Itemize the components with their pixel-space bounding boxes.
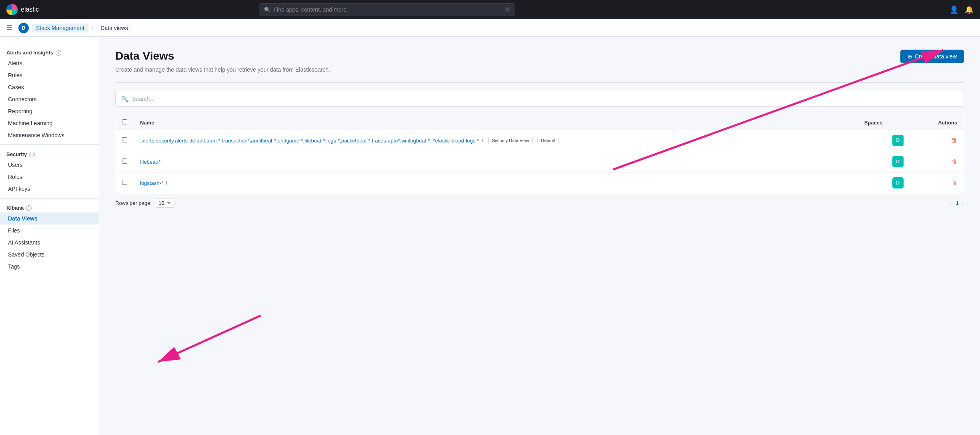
row-name-link-0[interactable]: .alerts-security.alerts-default,apm-*-tr… — [140, 138, 479, 144]
sidebar-item-cases[interactable]: Cases — [0, 81, 99, 93]
sidebar-item-saved-objects[interactable]: Saved Objects — [0, 249, 99, 261]
row-checkbox-cell-1 — [116, 151, 134, 172]
plus-icon: ⊕ — [908, 53, 912, 60]
row-action-cell-2: 🗑 — [910, 172, 964, 194]
breadcrumb-bar: ☰ D Stack Management › Data views — [0, 19, 980, 37]
sidebar-item-ai-assistants[interactable]: AI Assistants — [0, 237, 99, 249]
data-views-table: Name ↑ Spaces Actions .alerts-security.a… — [115, 115, 964, 194]
menu-toggle-icon[interactable]: ☰ — [6, 24, 12, 32]
table-row: logstash-*ℹD🗑 — [116, 172, 964, 194]
row-name-cell-2: logstash-*ℹ — [134, 172, 858, 194]
delete-icon-1[interactable]: 🗑 — [951, 158, 957, 165]
sidebar-item-maintenance-windows[interactable]: Maintenance Windows — [0, 129, 99, 141]
sidebar-item-tags[interactable]: Tags — [0, 261, 99, 273]
elastic-logo-text: elastic — [21, 6, 39, 13]
pagination: Rows per page: 10 25 50 ‹ 1 › — [115, 194, 964, 208]
row-spaces-cell-1: D — [858, 151, 910, 172]
global-search-input[interactable] — [274, 6, 501, 13]
next-page-button[interactable]: › — [962, 200, 964, 207]
row-checkbox-cell-0 — [116, 130, 134, 151]
sidebar-section-kibana: Kibana i — [0, 202, 99, 212]
row-action-cell-0: 🗑 — [910, 130, 964, 151]
table-header-name: Name ↑ — [134, 115, 858, 130]
row-checkbox-0[interactable] — [122, 137, 127, 142]
elastic-logo-icon — [6, 4, 18, 15]
search-icon: 🔍 — [264, 7, 271, 13]
page-layout: Alerts and Insights i Alerts Rules Cases… — [0, 37, 980, 435]
row-info-icon-0[interactable]: ℹ — [481, 138, 483, 143]
breadcrumb-current: Data views — [96, 24, 132, 32]
breadcrumb-stack-management[interactable]: Stack Management — [32, 24, 88, 32]
sidebar-item-users[interactable]: Users — [0, 159, 99, 171]
avatar: D — [18, 23, 29, 33]
row-spaces-cell-2: D — [858, 172, 910, 194]
sidebar-item-reporting[interactable]: Reporting — [0, 105, 99, 117]
sidebar-divider-2 — [0, 198, 99, 198]
space-avatar-1: D — [892, 156, 904, 167]
row-name-link-1[interactable]: filebeat-* — [140, 159, 160, 165]
create-button-label: Create data view — [915, 53, 957, 60]
page-title: Data Views — [115, 50, 174, 62]
sidebar-section-alerts: Alerts and Insights i — [0, 46, 99, 57]
row-checkbox-cell-2 — [116, 172, 134, 194]
elastic-logo[interactable]: elastic — [6, 4, 39, 15]
search-icon: 🔍 — [121, 96, 128, 102]
breadcrumb-separator: › — [92, 25, 94, 31]
current-page-number: 1 — [956, 200, 958, 206]
user-menu-icon[interactable]: 👤 — [950, 5, 958, 14]
prev-page-button[interactable]: ‹ — [950, 200, 952, 207]
delete-icon-0[interactable]: 🗑 — [951, 137, 957, 144]
sidebar-item-data-views[interactable]: Data Views — [0, 212, 99, 225]
table-header-spaces: Spaces — [858, 115, 910, 130]
notifications-icon[interactable]: 🔔 — [965, 5, 974, 14]
rows-per-page-select[interactable]: 10 25 50 — [155, 198, 174, 208]
main-content: Data Views ⊕ Create data view Create and… — [99, 37, 980, 435]
table-header-actions: Actions — [910, 115, 964, 130]
row-checkbox-1[interactable] — [122, 158, 127, 164]
search-shortcut-badge: / — [505, 7, 510, 12]
page-header: Data Views ⊕ Create data view — [115, 50, 964, 63]
search-input[interactable] — [132, 96, 958, 102]
table-row: filebeat-*D🗑 — [116, 151, 964, 172]
sidebar-section-security: Security i — [0, 148, 99, 159]
search-container[interactable]: 🔍 — [115, 91, 964, 107]
sidebar: Alerts and Insights i Alerts Rules Cases… — [0, 37, 99, 435]
table-header-select-all — [116, 115, 134, 130]
sidebar-item-connectors[interactable]: Connectors — [0, 93, 99, 105]
sidebar-item-machine-learning[interactable]: Machine Learning — [0, 117, 99, 129]
badge-security-data-view: Security Data View — [488, 137, 533, 144]
row-info-icon-2[interactable]: ℹ — [166, 180, 168, 186]
row-spaces-cell-0: D — [858, 130, 910, 151]
row-name-link-2[interactable]: logstash-* — [140, 180, 163, 186]
kibana-info-icon[interactable]: i — [26, 205, 32, 211]
select-all-checkbox[interactable] — [122, 119, 127, 124]
sidebar-item-rules[interactable]: Rules — [0, 69, 99, 81]
rows-per-page-label: Rows per page: — [115, 200, 152, 206]
page-description: Create and manage the data views that he… — [115, 66, 964, 73]
svg-line-2 — [158, 316, 261, 362]
sidebar-item-alerts[interactable]: Alerts — [0, 57, 99, 69]
global-search-bar[interactable]: 🔍 / — [259, 3, 515, 16]
security-info-icon[interactable]: i — [29, 152, 35, 157]
row-action-cell-1: 🗑 — [910, 151, 964, 172]
row-checkbox-2[interactable] — [122, 180, 127, 185]
space-avatar-0: D — [892, 135, 904, 146]
sidebar-item-api-keys[interactable]: API keys — [0, 183, 99, 195]
delete-icon-2[interactable]: 🗑 — [951, 179, 957, 186]
alerts-info-icon[interactable]: i — [56, 50, 61, 56]
create-data-view-button[interactable]: ⊕ Create data view — [900, 50, 964, 63]
name-sort-icon[interactable]: ↑ — [156, 120, 158, 125]
sidebar-item-roles[interactable]: Roles — [0, 171, 99, 183]
space-avatar-2: D — [892, 177, 904, 188]
badge-default: Default — [537, 137, 559, 144]
rows-per-page: Rows per page: 10 25 50 — [115, 198, 174, 208]
table-row: .alerts-security.alerts-default,apm-*-tr… — [116, 130, 964, 151]
header-divider — [115, 82, 964, 83]
sidebar-item-files[interactable]: Files — [0, 225, 99, 237]
sidebar-divider-1 — [0, 144, 99, 145]
page-navigation: ‹ 1 › — [950, 200, 964, 207]
top-navigation: elastic 🔍 / 👤 🔔 — [0, 0, 980, 19]
row-name-cell-0: .alerts-security.alerts-default,apm-*-tr… — [134, 130, 858, 151]
nav-icons: 👤 🔔 — [950, 5, 974, 14]
row-name-cell-1: filebeat-* — [134, 151, 858, 172]
